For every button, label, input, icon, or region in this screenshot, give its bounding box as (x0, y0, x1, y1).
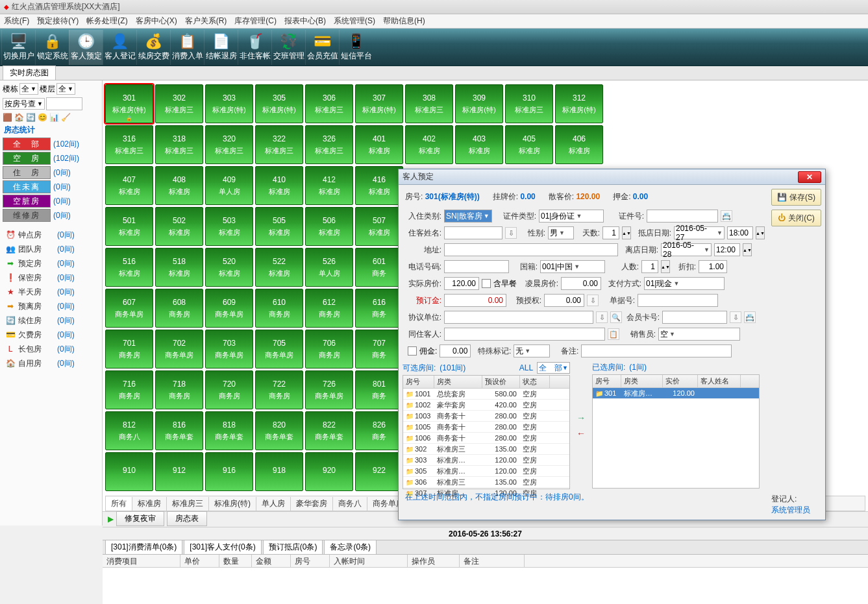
pax-spinner[interactable]: ▲▼ (661, 260, 670, 273)
room-401[interactable]: 401标准房 (355, 125, 403, 164)
chart-icon[interactable]: 📊 (49, 113, 59, 122)
room-520[interactable]: 520标准房 (205, 248, 253, 287)
toolbar-客人登记[interactable]: 👤客人登记 (103, 30, 136, 65)
arrive-time-spinner[interactable]: ▲▼ (756, 226, 765, 239)
room-sheet-tab[interactable]: 房态表 (167, 511, 207, 526)
room-312[interactable]: 312标准房(特) (555, 84, 603, 123)
toolbar-续房交费[interactable]: 💰续房交费 (136, 30, 170, 65)
share-add-icon[interactable]: 📋 (608, 328, 619, 340)
room-402[interactable]: 402标准房 (405, 125, 453, 164)
menu-item[interactable]: 系统(F) (4, 16, 29, 27)
filter-tab[interactable]: 标准房 (132, 497, 167, 511)
available-room-row[interactable]: 📁1005商务套十280.00空房 (403, 422, 569, 433)
room-309[interactable]: 309标准房(特) (455, 84, 503, 123)
room-412[interactable]: 412标准房 (305, 166, 353, 205)
type-filter[interactable]: 🔄续住房(0间) (3, 313, 99, 328)
menu-item[interactable]: 帐务处理(Z) (86, 16, 127, 27)
room-303[interactable]: 303标准房(特) (205, 84, 253, 123)
move-right-button[interactable]: → (577, 413, 586, 423)
room-818[interactable]: 818商务单套 (205, 411, 253, 450)
room-405[interactable]: 405标准房 (505, 125, 553, 164)
available-room-row[interactable]: 📁306标准房三135.00空房 (403, 477, 569, 488)
filter-tab[interactable]: 豪华套房 (291, 497, 333, 511)
room-607[interactable]: 607商务单房 (105, 289, 153, 328)
order-no-input[interactable] (638, 294, 718, 307)
room-922[interactable]: 922 (355, 452, 403, 491)
room-826[interactable]: 826商务 (355, 411, 403, 450)
building-select[interactable]: 全▼ (19, 83, 38, 95)
selected-room-row[interactable]: 📁301标准房…120.00 (593, 388, 759, 399)
sales-select[interactable]: 空▼ (658, 328, 740, 341)
room-522[interactable]: 522标准房 (255, 248, 303, 287)
type-filter[interactable]: ➡预离房(0间) (3, 299, 99, 313)
preauth-input[interactable]: 0.00 (544, 294, 584, 307)
floor-select[interactable]: 全▼ (56, 83, 75, 95)
idcard-reader-icon[interactable]: 📇 (721, 210, 732, 222)
room-816[interactable]: 816商务单套 (155, 411, 203, 450)
advance-input[interactable]: 0.00 (444, 294, 506, 307)
room-703[interactable]: 703商务单房 (205, 330, 253, 368)
room-705[interactable]: 705商务单房 (255, 330, 303, 368)
room-706[interactable]: 706商务房 (305, 330, 353, 368)
room-610[interactable]: 610商务房 (255, 289, 303, 328)
filter-tab[interactable]: 单人房 (256, 497, 291, 511)
available-room-row[interactable]: 📁305标准房…120.00空房 (403, 466, 569, 477)
rate-input[interactable]: 120.00 (444, 277, 479, 290)
room-912[interactable]: 912 (155, 452, 203, 491)
gender-select[interactable]: 男▼ (548, 226, 574, 239)
type-filter[interactable]: 🏠自用房(0间) (3, 356, 99, 370)
toolbar-会员充值[interactable]: 💳会员充值 (305, 30, 339, 65)
available-room-row[interactable]: 📁302标准房三135.00空房 (403, 444, 569, 455)
room-722[interactable]: 722商务房 (255, 370, 303, 409)
room-608[interactable]: 608商务房 (155, 289, 203, 328)
nation-select[interactable]: 001|中国▼ (540, 260, 605, 273)
toolbar-锁定系统[interactable]: 🔒锁定系统 (35, 30, 69, 65)
broom-icon[interactable]: 🧹 (61, 113, 71, 122)
room-409[interactable]: 409单人房 (205, 166, 253, 205)
grid-view-icon[interactable]: 🟫 (3, 113, 12, 122)
room-301[interactable]: 301标准房(特)🔒 (105, 84, 153, 123)
room-503[interactable]: 503标准房 (205, 207, 253, 246)
room-720[interactable]: 720商务房 (205, 370, 253, 409)
dawn-rate-input[interactable]: 0.00 (561, 277, 601, 290)
room-609[interactable]: 609商务单房 (205, 289, 253, 328)
room-726[interactable]: 726商务单房 (305, 370, 353, 409)
room-406[interactable]: 406标准房 (555, 125, 603, 164)
search-input[interactable] (46, 97, 82, 110)
type-filter[interactable]: 👥团队房(0间) (3, 242, 99, 256)
discount-input[interactable]: 1.00 (699, 260, 727, 273)
type-filter[interactable]: ★半天房(0间) (3, 285, 99, 299)
save-button[interactable]: 💾保存(S) (771, 189, 821, 206)
stat-filter[interactable]: 全 部 (3, 138, 51, 151)
type-filter[interactable]: ⏰钟点房(0间) (3, 228, 99, 242)
room-820[interactable]: 820商务单套 (255, 411, 303, 450)
phone-input[interactable] (444, 260, 509, 273)
page-tab-roomstatus[interactable]: 实时房态图 (3, 66, 56, 80)
room-403[interactable]: 403标准房 (455, 125, 503, 164)
room-302[interactable]: 302标准房三 (155, 84, 203, 123)
room-407[interactable]: 407标准房 (105, 166, 153, 205)
room-310[interactable]: 310标准房三 (505, 84, 553, 123)
guest-lookup-icon[interactable]: ⇩ (505, 227, 517, 239)
room-318[interactable]: 318标准房三 (155, 125, 203, 164)
search-mode-select[interactable]: 按房号查▼ (3, 98, 45, 110)
refresh-icon[interactable]: 🔄 (26, 113, 36, 122)
room-416[interactable]: 416标准房 (355, 166, 403, 205)
room-601[interactable]: 601商务 (355, 248, 403, 287)
room-526[interactable]: 526单人房 (305, 248, 353, 287)
menu-item[interactable]: 帮助信息(H) (383, 16, 425, 27)
toolbar-结帐退房[interactable]: 📄结帐退房 (204, 30, 238, 65)
corp-search-icon[interactable]: 🔍 (610, 311, 622, 323)
room-518[interactable]: 518标准房 (155, 248, 203, 287)
arrive-date-input[interactable]: 2016-05-27▼ (674, 226, 725, 239)
share-guest-input[interactable] (444, 328, 605, 341)
remark-input[interactable] (581, 344, 732, 357)
pay-method-select[interactable]: 01|现金▼ (644, 277, 725, 290)
dialog-titlebar[interactable]: 客人预定 ✕ (399, 169, 825, 185)
id-type-select[interactable]: 01|身份证▼ (539, 210, 604, 223)
room-320[interactable]: 320标准房三 (205, 125, 253, 164)
move-left-button[interactable]: ← (577, 428, 586, 439)
room-616[interactable]: 616商务 (355, 289, 403, 328)
available-room-row[interactable]: 📁1001总统套房580.00空房 (403, 389, 569, 400)
room-308[interactable]: 308标准房三 (405, 84, 453, 123)
